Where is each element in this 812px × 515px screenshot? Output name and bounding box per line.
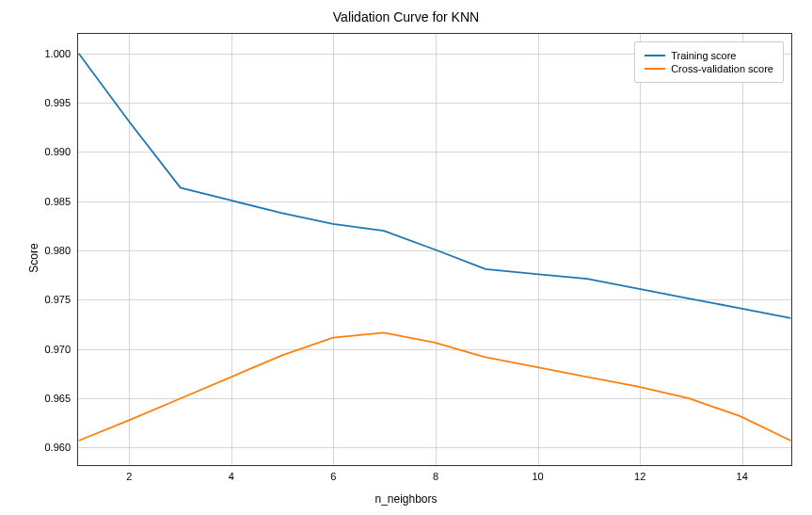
x-tick-label: 12 bbox=[634, 471, 645, 482]
data-lines bbox=[78, 34, 791, 465]
series-line-0 bbox=[79, 54, 791, 318]
y-tick-label: 0.985 bbox=[44, 196, 71, 207]
legend-label-cv: Cross-validation score bbox=[671, 63, 773, 74]
y-tick-label: 0.970 bbox=[44, 344, 71, 355]
x-tick-label: 2 bbox=[126, 471, 132, 482]
plot-area: Training score Cross-validation score 24… bbox=[77, 33, 792, 466]
series-line-1 bbox=[79, 332, 791, 441]
x-axis-label: n_neighbors bbox=[374, 492, 437, 506]
x-tick-label: 6 bbox=[330, 471, 336, 482]
y-tick-label: 0.965 bbox=[44, 393, 71, 404]
y-tick-label: 0.990 bbox=[44, 146, 71, 157]
y-tick-label: 0.960 bbox=[44, 442, 71, 453]
x-tick-label: 4 bbox=[229, 471, 234, 482]
legend: Training score Cross-validation score bbox=[634, 41, 784, 83]
legend-item-training: Training score bbox=[645, 50, 773, 61]
y-tick-label: 1.000 bbox=[44, 48, 71, 59]
legend-item-cv: Cross-validation score bbox=[645, 63, 773, 74]
x-tick-label: 8 bbox=[433, 471, 438, 482]
legend-swatch-training bbox=[645, 55, 665, 56]
y-tick-label: 0.975 bbox=[44, 294, 71, 305]
legend-swatch-cv bbox=[645, 68, 665, 70]
chart-container: Validation Curve for KNN Score n_neighbo… bbox=[0, 0, 812, 515]
x-tick-label: 14 bbox=[737, 471, 748, 482]
chart-title: Validation Curve for KNN bbox=[333, 9, 479, 24]
y-tick-label: 0.980 bbox=[44, 245, 71, 256]
x-tick-label: 10 bbox=[532, 471, 543, 482]
y-axis-label: Score bbox=[27, 243, 40, 272]
y-tick-label: 0.995 bbox=[44, 97, 71, 108]
legend-label-training: Training score bbox=[671, 50, 736, 61]
